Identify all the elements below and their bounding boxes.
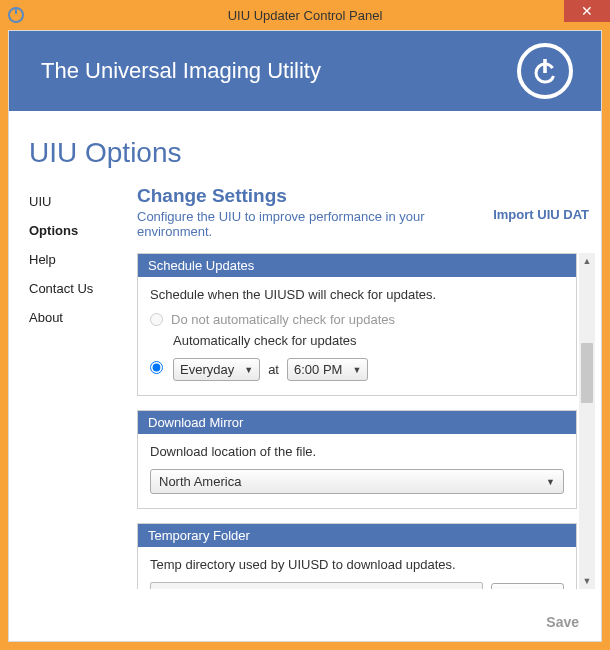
chevron-down-icon: ▼ xyxy=(244,365,253,375)
scrollbar-thumb[interactable] xyxy=(581,343,593,403)
header: The Universal Imaging Utility xyxy=(9,31,601,111)
mirror-select[interactable]: North America ▼ xyxy=(150,469,564,494)
section-subtitle: Configure the UIU to improve performance… xyxy=(137,209,493,239)
browse-button[interactable]: Browse xyxy=(491,583,564,589)
app-icon xyxy=(8,7,24,23)
chevron-down-icon: ▼ xyxy=(546,477,555,487)
main-header: Change Settings Configure the UIU to imp… xyxy=(137,185,595,239)
close-button[interactable]: ✕ xyxy=(564,0,610,22)
svg-rect-1 xyxy=(543,59,547,73)
radio-auto-input[interactable] xyxy=(150,361,163,374)
sidebar-item-about[interactable]: About xyxy=(29,303,137,332)
chevron-down-icon: ▼ xyxy=(352,365,361,375)
sidebar-item-label: Help xyxy=(29,252,56,267)
time-select[interactable]: 6:00 PM ▼ xyxy=(287,358,368,381)
schedule-heading: Schedule Updates xyxy=(138,254,576,277)
schedule-panel: Schedule Updates Schedule when the UIUSD… xyxy=(137,253,577,396)
radio-auto-label: Automatically check for updates xyxy=(173,333,564,348)
radio-no-auto[interactable]: Do not automatically check for updates xyxy=(150,312,564,327)
page-title: UIU Options xyxy=(9,111,601,185)
frequency-value: Everyday xyxy=(180,362,234,377)
sidebar-item-label: About xyxy=(29,310,63,325)
content-area: UIU Options Help Contact Us About Change… xyxy=(9,185,601,601)
frequency-select[interactable]: Everyday ▼ xyxy=(173,358,260,381)
sidebar-item-help[interactable]: Help xyxy=(29,245,137,274)
schedule-desc: Schedule when the UIUSD will check for u… xyxy=(150,287,564,302)
sidebar-item-label: UIU xyxy=(29,194,51,209)
sidebar-item-contact[interactable]: Contact Us xyxy=(29,274,137,303)
time-value: 6:00 PM xyxy=(294,362,342,377)
radio-no-auto-label: Do not automatically check for updates xyxy=(171,312,395,327)
mirror-value: North America xyxy=(159,474,241,489)
temp-heading: Temporary Folder xyxy=(138,524,576,547)
at-label: at xyxy=(268,362,279,377)
mirror-panel: Download Mirror Download location of the… xyxy=(137,410,577,509)
close-icon: ✕ xyxy=(581,4,593,18)
scroll-up-icon[interactable]: ▲ xyxy=(579,253,595,269)
window-title: UIU Updater Control Panel xyxy=(0,8,610,23)
window-body: The Universal Imaging Utility UIU Option… xyxy=(8,30,602,642)
temp-panel: Temporary Folder Temp directory used by … xyxy=(137,523,577,589)
mirror-heading: Download Mirror xyxy=(138,411,576,434)
scrollbar[interactable]: ▲ ▼ xyxy=(579,253,595,589)
radio-no-auto-input[interactable] xyxy=(150,313,163,326)
sidebar-item-label: Contact Us xyxy=(29,281,93,296)
settings-scroll: Schedule Updates Schedule when the UIUSD… xyxy=(137,253,595,589)
sidebar-item-options[interactable]: Options xyxy=(29,216,137,245)
temp-path-input[interactable]: C:\Program Files (x86)\UIU\temp xyxy=(150,582,483,589)
footer: Save xyxy=(9,603,601,641)
titlebar: UIU Updater Control Panel ✕ xyxy=(0,0,610,30)
import-dat-link[interactable]: Import UIU DAT xyxy=(493,207,589,222)
sidebar-item-label: Options xyxy=(29,223,78,238)
temp-desc: Temp directory used by UIUSD to download… xyxy=(150,557,564,572)
sidebar-item-uiu[interactable]: UIU xyxy=(29,187,137,216)
power-logo-icon xyxy=(517,43,573,99)
main: Change Settings Configure the UIU to imp… xyxy=(137,185,601,601)
save-button[interactable]: Save xyxy=(546,614,579,630)
product-name: The Universal Imaging Utility xyxy=(41,58,321,84)
scroll-down-icon[interactable]: ▼ xyxy=(579,573,595,589)
sidebar: UIU Options Help Contact Us About xyxy=(29,185,137,601)
section-title: Change Settings xyxy=(137,185,493,207)
mirror-desc: Download location of the file. xyxy=(150,444,564,459)
